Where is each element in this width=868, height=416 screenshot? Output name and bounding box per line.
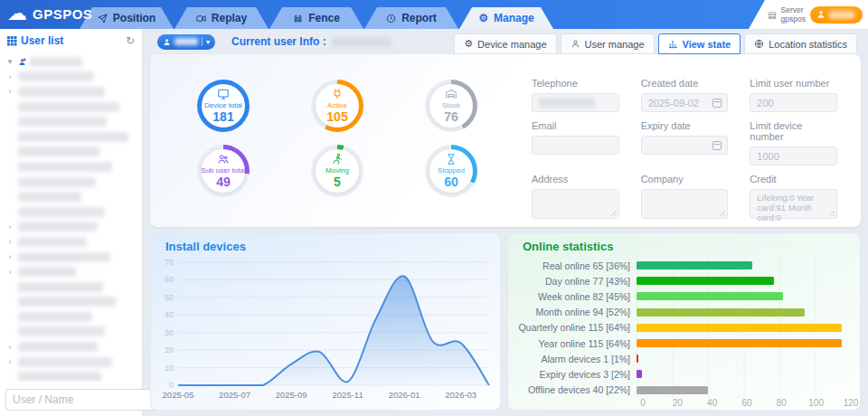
tree-item[interactable] [5, 279, 138, 295]
user-tree: ▾›››››››› [0, 51, 142, 382]
stat-circle-active: Active 105 [311, 80, 363, 132]
search-input[interactable] [5, 389, 159, 411]
online-bar-row: Quarterly online 115 [64%] [508, 320, 851, 336]
refresh-icon[interactable]: ↻ [126, 34, 135, 47]
field-input[interactable]: Lifelong:0 Year card:91 Month card:0 [750, 189, 837, 219]
tree-item[interactable] [5, 309, 138, 325]
axis-tick: 40 [707, 398, 717, 408]
sidebar-search [5, 389, 137, 411]
field-limit-user-number: Limit user number 200 [750, 78, 837, 112]
tree-item[interactable]: › [5, 84, 138, 99]
install-devices-title: Install devices [165, 240, 500, 253]
bar-label: Expiry devices 3 [2%] [508, 369, 637, 380]
field-input[interactable] [641, 189, 729, 219]
tree-item[interactable]: › [5, 250, 138, 265]
tab-view-state[interactable]: View state [658, 33, 741, 54]
online-bar-row: Week online 82 [45%] [508, 288, 851, 304]
tree-item[interactable] [5, 189, 138, 204]
grid-icon [7, 36, 16, 45]
stat-value: 105 [326, 109, 347, 124]
clock-icon [386, 14, 396, 24]
chevron-down-icon: ▾ [206, 38, 210, 46]
field-input[interactable]: 2025-09-02 [641, 93, 729, 112]
account-button[interactable] [810, 6, 863, 24]
nav-tab-replay[interactable]: Replay [175, 7, 269, 29]
field-created-date: Created date 2025-09-02 [641, 78, 729, 112]
tab-location-statistics[interactable]: Location statistics [744, 33, 857, 54]
tree-item[interactable]: ▾ [5, 54, 138, 70]
online-bar-row: Real online 65 [36%] [508, 258, 851, 273]
tree-item[interactable]: › [5, 355, 138, 370]
tree-item[interactable] [5, 114, 138, 129]
server-name: gpspos [781, 14, 806, 24]
tab-user-manage[interactable]: User manage [561, 33, 655, 54]
field-input[interactable] [532, 189, 619, 219]
svg-text:70: 70 [165, 258, 174, 267]
online-statistics-panel: Online statistics Real online 65 [36%] D… [507, 232, 861, 411]
axis-tick: 0 [640, 398, 646, 408]
sidebar: User list ↻ ▾›››››››› [0, 29, 143, 416]
online-bar-row: Day online 77 [43%] [508, 273, 851, 288]
current-user-dropdown[interactable]: ▾ [157, 34, 215, 50]
stat-value: 181 [212, 109, 233, 124]
nav-tab-position[interactable]: Position [80, 7, 174, 29]
monitor-icon [217, 88, 230, 101]
bar [637, 261, 752, 269]
tree-item[interactable] [5, 369, 138, 382]
field-label: Expiry date [641, 120, 729, 131]
tree-item[interactable] [5, 159, 138, 175]
current-user-name-blurred [175, 38, 198, 45]
axis-tick: 20 [673, 398, 683, 408]
tree-item[interactable]: › [5, 70, 138, 85]
caret-right-icon: › [5, 237, 14, 246]
stat-circle-stock: Stock 76 [425, 80, 477, 132]
chart-icon [668, 39, 678, 49]
install-devices-chart: 0102030405060702025-052025-072025-092025… [155, 253, 498, 405]
svg-text:40: 40 [165, 310, 174, 319]
user-icon [571, 39, 580, 49]
bar [637, 277, 774, 285]
online-statistics-title: Online statistics [523, 240, 860, 253]
tree-item[interactable] [5, 129, 138, 145]
manage-tabs: ⚙Device manageUser manageView stateLocat… [454, 33, 857, 54]
field-input[interactable] [641, 136, 729, 155]
caret-right-icon: › [5, 343, 14, 352]
field-input[interactable] [532, 93, 619, 112]
tree-item[interactable] [5, 175, 138, 190]
stat-label: Device total [204, 101, 242, 109]
tree-item[interactable]: › [5, 339, 138, 355]
field-label: Telephone [532, 78, 619, 89]
nav-tab-manage[interactable]: ⚙Manage [459, 7, 553, 29]
tree-item[interactable]: › [5, 220, 138, 235]
tree-item[interactable]: › [5, 264, 138, 279]
users-icon [217, 153, 230, 166]
tree-item-label-blurred [18, 312, 92, 322]
field-label: Credit [750, 174, 837, 184]
tree-item-label-blurred [18, 87, 105, 97]
nav-tab-fence[interactable]: Fence [269, 7, 363, 29]
svg-text:2025-11: 2025-11 [333, 390, 363, 400]
svg-text:10: 10 [165, 364, 174, 373]
tree-item-label-blurred [18, 117, 107, 127]
server-info: Server gpspos [781, 5, 806, 24]
bar [637, 355, 638, 363]
bar [637, 386, 708, 394]
tree-item-label-blurred [18, 71, 94, 81]
field-label: Address [532, 174, 619, 184]
field-input[interactable]: 200 [750, 93, 837, 112]
field-input[interactable]: 1000 [750, 147, 837, 165]
nav-tab-report[interactable]: Report [364, 7, 458, 29]
tree-item[interactable] [5, 145, 138, 160]
tab-device-manage[interactable]: ⚙Device manage [454, 33, 556, 54]
tree-item[interactable] [5, 325, 138, 340]
svg-text:2025-05: 2025-05 [163, 390, 194, 400]
field-input[interactable] [532, 136, 619, 155]
tree-item[interactable] [5, 204, 138, 220]
field-expiry-date: Expiry date [641, 120, 729, 165]
tree-item-label-blurred [18, 267, 76, 277]
bar-label: Quarterly online 115 [64%] [508, 322, 637, 333]
tree-item[interactable] [5, 295, 138, 310]
tree-item[interactable] [5, 99, 138, 115]
tree-item[interactable]: › [5, 234, 138, 250]
field-label: Limit device number [750, 120, 837, 142]
